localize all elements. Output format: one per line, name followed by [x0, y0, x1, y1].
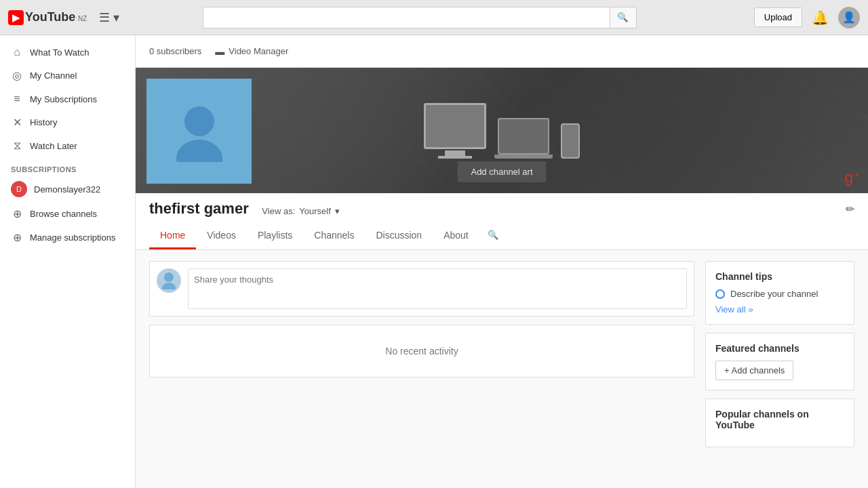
sidebar-label-demonslayer322: Demonslayer322 — [34, 184, 100, 195]
tab-videos[interactable]: Videos — [196, 223, 247, 249]
sidebar-label-history: History — [30, 117, 57, 127]
radio-dot-icon — [715, 289, 725, 299]
featured-channels-title: Featured channels — [715, 343, 844, 354]
featured-channels-card: Featured channels + Add channels — [705, 333, 854, 390]
sidebar-label-manage-subscriptions: Manage subscriptions — [30, 232, 115, 243]
device-phone — [561, 123, 580, 159]
channel-name: thefirst gamer — [149, 200, 249, 218]
add-channels-button[interactable]: + Add channels — [715, 361, 793, 380]
share-avatar-icon — [161, 272, 176, 289]
view-as-value: Yourself — [299, 206, 331, 216]
channel-avatar[interactable] — [146, 79, 252, 184]
tab-discussion[interactable]: Discussion — [365, 223, 433, 249]
tips-item-text: Describe your channel — [730, 289, 818, 299]
view-as-selector[interactable]: View as: Yourself ▾ — [262, 206, 339, 216]
yt-logo-region: NZ — [78, 15, 87, 22]
share-thoughts-input[interactable] — [188, 268, 687, 309]
tab-playlists[interactable]: Playlists — [247, 223, 303, 249]
history-icon: ✕ — [11, 116, 23, 129]
notifications-bell-icon[interactable]: 🔔 — [812, 9, 829, 26]
search-input[interactable] — [203, 7, 610, 28]
view-all-link[interactable]: View all » — [715, 304, 844, 314]
sidebar: ⌂ What To Watch ◎ My Channel ≡ My Subscr… — [0, 35, 136, 488]
view-as-label: View as: — [262, 206, 295, 216]
sidebar-item-my-subscriptions[interactable]: ≡ My Subscriptions — [0, 87, 135, 110]
edit-icon[interactable]: ✏ — [846, 203, 854, 216]
content-main: No recent activity — [149, 261, 694, 447]
sidebar-item-browse-channels[interactable]: ⊕ Browse channels — [0, 202, 135, 226]
channel-banner: Add channel art g⁺ — [136, 68, 868, 193]
subscriptions-section-title: SUBSCRIPTIONS — [0, 157, 135, 176]
sidebar-item-demonslayer322[interactable]: D Demonslayer322 — [0, 176, 135, 202]
main-content: 0 subscribers ▬ Video Manager — [136, 35, 868, 488]
video-manager-icon: ▬ — [215, 46, 224, 57]
google-plus-icon[interactable]: g⁺ — [845, 169, 861, 186]
main-layout: ⌂ What To Watch ◎ My Channel ≡ My Subscr… — [0, 35, 868, 488]
sidebar-item-watch-later[interactable]: ⧖ Watch Later — [0, 134, 135, 157]
sidebar-item-my-channel[interactable]: ◎ My Channel — [0, 64, 135, 87]
view-all-label: View all — [715, 304, 746, 314]
youtube-logo[interactable]: ▶ YouTube NZ — [8, 10, 87, 25]
home-icon: ⌂ — [11, 46, 23, 58]
channel-tips-item: Describe your channel — [715, 289, 844, 299]
sidebar-item-manage-subscriptions[interactable]: ⊕ Manage subscriptions — [0, 226, 135, 249]
video-manager-label: Video Manager — [229, 46, 288, 56]
top-navigation: ▶ YouTube NZ ☰ ▾ 🔍 Upload 🔔 👤 — [0, 0, 868, 35]
sidebar-label-what-to-watch: What To Watch — [30, 47, 89, 58]
device-laptop-container — [494, 118, 553, 159]
yt-logo-wordmark: YouTube NZ — [25, 10, 87, 24]
sidebar-item-history[interactable]: ✕ History — [0, 110, 135, 134]
avatar-person-svg — [172, 101, 226, 162]
popular-channels-card: Popular channels on YouTube — [705, 399, 854, 447]
subscribers-count: 0 subscribers — [149, 46, 201, 56]
channel-tips-card: Channel tips Describe your channel View … — [705, 261, 854, 325]
tab-about[interactable]: About — [433, 223, 479, 249]
browse-icon: ⊕ — [11, 207, 23, 220]
channel-header-bar: 0 subscribers ▬ Video Manager — [136, 35, 868, 68]
search-button[interactable]: 🔍 — [610, 7, 637, 28]
share-avatar — [157, 268, 181, 293]
hamburger-menu[interactable]: ☰ ▾ — [99, 10, 119, 25]
monitor-base — [438, 156, 472, 159]
user-avatar[interactable]: 👤 — [838, 7, 860, 28]
svg-point-0 — [184, 106, 214, 136]
banner-devices — [424, 103, 580, 159]
svg-point-1 — [176, 140, 222, 162]
tab-channels[interactable]: Channels — [303, 223, 365, 249]
no-activity-text: No recent activity — [385, 346, 458, 357]
search-bar: 🔍 — [203, 7, 637, 28]
channel-icon: ◎ — [11, 69, 23, 82]
popular-channels-title: Popular channels on YouTube — [715, 409, 844, 430]
sidebar-label-browse-channels: Browse channels — [30, 209, 97, 219]
add-channel-art-button[interactable]: Add channel art — [457, 161, 546, 182]
upload-button[interactable]: Upload — [754, 7, 802, 27]
view-as-chevron-icon: ▾ — [335, 206, 340, 216]
content-area: No recent activity Channel tips Describe… — [136, 250, 868, 458]
sidebar-label-watch-later: Watch Later — [30, 141, 77, 151]
yt-logo-text: YouTube — [25, 10, 75, 24]
video-manager-link[interactable]: ▬ Video Manager — [215, 46, 288, 57]
no-activity-message: No recent activity — [149, 325, 694, 378]
manage-icon: ⊕ — [11, 231, 23, 244]
channel-tips-title: Channel tips — [715, 271, 844, 282]
demonslayer322-avatar: D — [11, 181, 27, 197]
user-icon: 👤 — [842, 11, 856, 24]
view-all-arrow-icon: » — [749, 304, 753, 314]
sidebar-item-what-to-watch[interactable]: ⌂ What To Watch — [0, 41, 135, 64]
share-thoughts-box — [149, 261, 694, 317]
tab-home[interactable]: Home — [149, 223, 196, 249]
sidebar-label-my-channel: My Channel — [30, 70, 77, 81]
nav-left: ▶ YouTube NZ ☰ ▾ — [8, 10, 144, 25]
content-sidebar: Channel tips Describe your channel View … — [705, 261, 854, 447]
subscriptions-icon: ≡ — [11, 93, 23, 105]
device-monitor-container — [424, 103, 486, 159]
watch-later-icon: ⧖ — [11, 140, 23, 152]
tab-search-icon[interactable]: 🔍 — [479, 223, 507, 249]
svg-point-2 — [164, 272, 174, 282]
monitor-stand — [445, 150, 465, 156]
channel-tabs: Home Videos Playlists Channels Discussio… — [149, 223, 854, 249]
svg-point-3 — [162, 283, 176, 289]
nav-right: Upload 🔔 👤 — [754, 7, 860, 28]
yt-logo-icon: ▶ — [8, 10, 24, 25]
sidebar-label-my-subscriptions: My Subscriptions — [30, 94, 97, 104]
